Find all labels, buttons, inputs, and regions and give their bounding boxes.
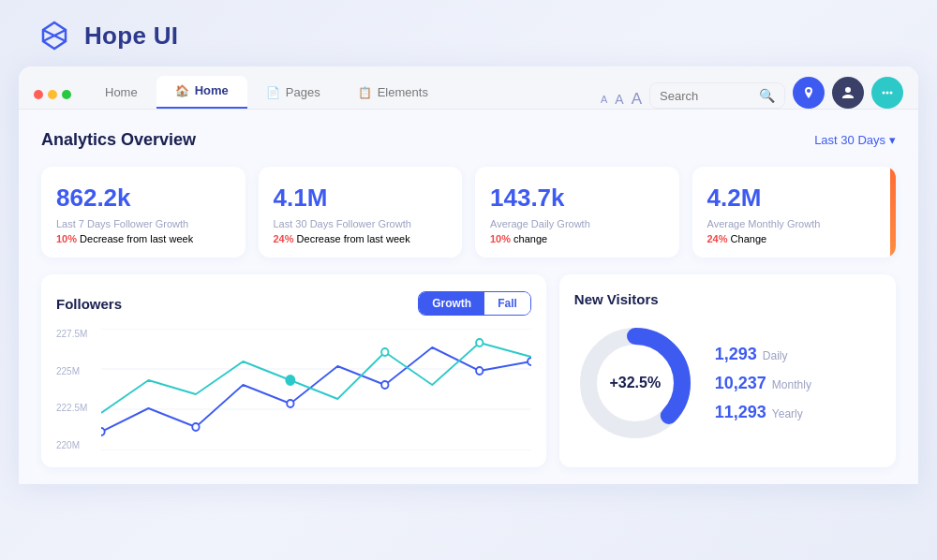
stat-change-text-1: Decrease from last week xyxy=(297,233,410,244)
stat-change-text-0: Decrease from last week xyxy=(80,233,193,244)
home-icon: 🏠 xyxy=(175,84,189,97)
stat-change-text-2: change xyxy=(513,233,547,244)
svg-point-17 xyxy=(476,339,483,346)
donut-center-text: +32.5% xyxy=(609,375,661,391)
svg-point-10 xyxy=(192,423,199,431)
tab-pages[interactable]: 📄 Pages xyxy=(247,78,339,109)
y-label-0: 227.5M xyxy=(56,329,87,339)
chart-area: 227.5M 225M 222.5M 220M xyxy=(56,329,531,450)
font-size-large[interactable]: A xyxy=(632,90,642,109)
visitor-stat-daily: 1,293 Daily xyxy=(715,345,811,364)
visitor-daily-value: 1,293 xyxy=(715,345,757,364)
svg-point-4 xyxy=(890,92,893,95)
svg-point-3 xyxy=(886,92,889,95)
chevron-down-icon: ▾ xyxy=(889,133,896,147)
user-icon-button[interactable] xyxy=(832,77,864,109)
tab-pages-label: Pages xyxy=(286,85,320,99)
svg-point-13 xyxy=(476,367,483,375)
search-icon: 🔍 xyxy=(759,88,775,103)
tab-elements-label: Elements xyxy=(378,85,428,99)
y-label-3: 220M xyxy=(56,440,87,450)
browser-chrome: Home 🏠 Home 📄 Pages 📋 Elements A A A 🔍 xyxy=(19,66,918,110)
more-icon-button[interactable] xyxy=(871,77,903,109)
top-bar-icons xyxy=(793,77,903,109)
tab-home-active[interactable]: 🏠 Home xyxy=(156,76,247,109)
location-icon-button[interactable] xyxy=(793,77,825,109)
stat-value-2: 143.7k xyxy=(490,184,664,213)
svg-point-9 xyxy=(101,428,105,435)
brand-name: Hope UI xyxy=(84,22,178,51)
chart-toggle[interactable]: Growth Fall xyxy=(418,291,531,316)
visitor-stat-monthly: 10,237 Monthly xyxy=(715,374,811,393)
visitor-daily-label: Daily xyxy=(763,349,788,362)
pages-icon: 📄 xyxy=(266,86,280,99)
chart-svg xyxy=(101,329,531,450)
font-size-controls: A A A xyxy=(601,90,642,109)
chart-svg-container xyxy=(101,329,531,450)
analytics-header: Analytics Overview Last 30 Days ▾ xyxy=(41,130,896,150)
stat-pct-3: 24% xyxy=(707,233,728,244)
followers-card: Followers Growth Fall 227.5M 225M 222.5M… xyxy=(41,274,546,467)
search-box[interactable]: 🔍 xyxy=(649,82,785,109)
visitors-stats: 1,293 Daily 10,237 Monthly 11,293 Yearly xyxy=(715,345,811,422)
visitor-yearly-label: Yearly xyxy=(772,407,803,420)
elements-icon: 📋 xyxy=(358,86,372,99)
donut-chart: +32.5% xyxy=(574,322,696,444)
stat-change-2: 10% change xyxy=(490,233,664,244)
svg-point-15 xyxy=(286,376,294,385)
svg-point-12 xyxy=(381,381,388,389)
stat-pct-2: 10% xyxy=(490,233,511,244)
y-label-1: 225M xyxy=(56,366,87,376)
stat-card-1: 4.1M Last 30 Days Follower Growth 24% De… xyxy=(259,167,463,258)
stat-change-0: 10% Decrease from last week xyxy=(56,233,231,244)
font-size-small[interactable]: A xyxy=(601,94,607,105)
tab-home-prev-label: Home xyxy=(105,85,138,99)
visitors-card: New Visitors +32.5% 1,293 xyxy=(559,274,896,467)
stat-label-0: Last 7 Days Follower Growth xyxy=(56,218,231,229)
stat-change-text-3: Change xyxy=(731,233,767,244)
stat-label-3: Average Monthly Growth xyxy=(707,218,882,229)
visitor-yearly-value: 11,293 xyxy=(715,403,766,422)
stat-label-1: Last 30 Days Follower Growth xyxy=(274,218,448,229)
stat-card-0: 862.2k Last 7 Days Follower Growth 10% D… xyxy=(41,167,245,258)
visitors-title: New Visitors xyxy=(574,291,881,307)
visitor-monthly-label: Monthly xyxy=(772,378,811,391)
stats-cards: 862.2k Last 7 Days Follower Growth 10% D… xyxy=(41,167,896,258)
visitor-monthly-value: 10,237 xyxy=(715,374,766,393)
stat-value-3: 4.2M xyxy=(707,184,882,213)
nav-tabs: Home 🏠 Home 📄 Pages 📋 Elements xyxy=(86,76,601,109)
svg-point-2 xyxy=(883,92,885,95)
analytics-title: Analytics Overview xyxy=(41,130,196,150)
font-size-medium[interactable]: A xyxy=(615,92,623,107)
stat-card-2: 143.7k Average Daily Growth 10% change xyxy=(475,167,679,258)
dot-green[interactable] xyxy=(62,90,71,99)
date-filter[interactable]: Last 30 Days ▾ xyxy=(814,133,896,147)
visitors-content: +32.5% 1,293 Daily 10,237 Monthly 11,293 xyxy=(574,322,881,444)
tab-elements[interactable]: 📋 Elements xyxy=(339,78,447,109)
toggle-growth[interactable]: Growth xyxy=(419,292,484,315)
main-content: Analytics Overview Last 30 Days ▾ 862.2k… xyxy=(19,110,918,484)
browser-window: Home 🏠 Home 📄 Pages 📋 Elements A A A 🔍 xyxy=(19,66,918,484)
stat-card-3: 4.2M Average Monthly Growth 24% Change xyxy=(692,167,897,258)
stat-pct-1: 24% xyxy=(274,233,294,244)
svg-point-14 xyxy=(528,358,531,365)
y-axis-labels: 227.5M 225M 222.5M 220M xyxy=(56,329,95,450)
dot-red[interactable] xyxy=(34,90,43,99)
stat-change-1: 24% Decrease from last week xyxy=(274,233,448,244)
svg-point-16 xyxy=(381,348,388,356)
stat-change-3: 24% Change xyxy=(707,233,882,244)
followers-title: Followers xyxy=(56,296,122,312)
stat-pct-0: 10% xyxy=(56,233,77,244)
y-label-2: 222.5M xyxy=(56,403,87,413)
followers-header: Followers Growth Fall xyxy=(56,291,531,316)
visitor-stat-yearly: 11,293 Yearly xyxy=(715,403,811,422)
date-filter-label: Last 30 Days xyxy=(814,133,885,147)
tab-home-prev[interactable]: Home xyxy=(86,78,156,109)
bottom-section: Followers Growth Fall 227.5M 225M 222.5M… xyxy=(41,274,896,467)
toggle-fall[interactable]: Fall xyxy=(484,292,530,315)
svg-point-11 xyxy=(287,400,293,407)
browser-dots xyxy=(34,90,71,109)
stat-label-2: Average Daily Growth xyxy=(490,218,664,229)
dot-yellow[interactable] xyxy=(48,90,57,99)
search-input[interactable] xyxy=(660,89,753,103)
